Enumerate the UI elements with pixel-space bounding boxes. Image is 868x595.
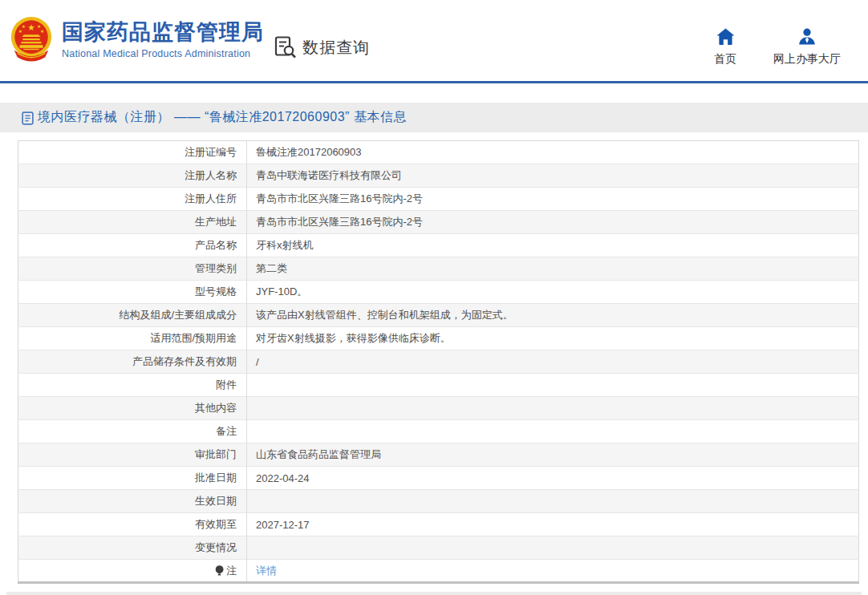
row-label-text: 注 (226, 565, 237, 577)
detail-link[interactable]: 详情 (256, 565, 277, 577)
row-value: 青岛市市北区兴隆三路16号院内-2号 (247, 188, 859, 211)
brand-text: 国家药品监督管理局 National Medical Products Admi… (62, 19, 264, 59)
quick-links: 首页 网上办事大厅 (714, 28, 841, 67)
row-value-text: 牙科x射线机 (256, 239, 314, 251)
row-label: 其他内容 (18, 397, 247, 420)
row-value (247, 490, 859, 513)
row-value (247, 536, 859, 560)
row-value-text: 2022-04-24 (256, 472, 310, 484)
table-row: 附件 (18, 374, 859, 397)
table-row: 生产地址青岛市市北区兴隆三路16号院内-2号 (18, 211, 859, 234)
row-value-text: JYF-10D。 (256, 285, 307, 298)
row-label: 适用范围/预期用途 (18, 327, 247, 350)
row-label: 批准日期 (18, 467, 247, 490)
row-value: JYF-10D。 (247, 281, 859, 304)
row-label: 产品名称 (18, 234, 247, 257)
table-row: 注册人住所青岛市市北区兴隆三路16号院内-2号 (18, 188, 859, 211)
table-row: 注册证编号鲁械注准20172060903 (18, 141, 859, 164)
home-link-label: 首页 (714, 52, 736, 67)
svg-text:★: ★ (40, 29, 44, 34)
row-value: 鲁械注准20172060903 (247, 141, 859, 164)
page-title: 境内医疗器械（注册） —— “鲁械注准20172060903” 基本信息 (38, 109, 407, 126)
main-content: 境内医疗器械（注册） —— “鲁械注准20172060903” 基本信息 注册证… (0, 103, 868, 584)
row-label-text: 审批部门 (195, 448, 237, 460)
page-root: ★ ★ ★ ★ ★ 国家药品监督管理局 National Medical Pro… (0, 0, 868, 595)
data-query-label: 数据查询 (302, 37, 370, 59)
service-hall-link[interactable]: 网上办事大厅 (773, 28, 841, 67)
row-value: 青岛市市北区兴隆三路16号院内-2号 (247, 211, 859, 234)
row-label-text: 型号规格 (195, 285, 237, 298)
row-label-text: 注册人住所 (185, 192, 237, 204)
page-title-bar: 境内医疗器械（注册） —— “鲁械注准20172060903” 基本信息 (0, 103, 868, 132)
svg-text:★: ★ (22, 24, 26, 29)
service-hall-link-label: 网上办事大厅 (773, 52, 841, 67)
row-label: 生产地址 (18, 211, 247, 234)
row-label-text: 产品名称 (195, 239, 237, 251)
row-label-text: 生效日期 (195, 495, 237, 507)
table-row: 结构及组成/主要组成成分该产品由X射线管组件、控制台和机架组成，为固定式。 (18, 304, 859, 327)
row-label: 注 (18, 560, 247, 583)
svg-text:★: ★ (37, 24, 41, 29)
table-row: 管理类别第二类 (18, 257, 859, 281)
table-row: 其他内容 (18, 397, 859, 420)
user-icon (798, 28, 816, 45)
table-row: 变更情况 (18, 536, 859, 560)
row-value-text: 青岛市市北区兴隆三路16号院内-2号 (256, 216, 423, 228)
site-header: ★ ★ ★ ★ ★ 国家药品监督管理局 National Medical Pro… (0, 0, 868, 81)
row-value: 对牙齿X射线摄影，获得影像供临床诊断。 (247, 327, 859, 350)
row-label-text: 有效期至 (195, 518, 237, 530)
row-label: 产品储存条件及有效期 (18, 350, 247, 374)
row-label-text: 注册人名称 (185, 169, 237, 181)
table-wrap: 注册证编号鲁械注准20172060903注册人名称青岛中联海诺医疗科技有限公司注… (18, 140, 859, 584)
row-label: 管理类别 (18, 257, 247, 281)
table-row: 注册人名称青岛中联海诺医疗科技有限公司 (18, 164, 859, 188)
row-label-text: 适用范围/预期用途 (150, 332, 237, 344)
table-row: 备注 (18, 420, 859, 443)
row-value-text: 第二类 (256, 262, 287, 274)
row-label: 注册证编号 (18, 141, 247, 164)
svg-text:★: ★ (27, 22, 35, 32)
table-row: 产品储存条件及有效期/ (18, 350, 859, 374)
row-value-text: 山东省食品药品监督管理局 (256, 448, 381, 460)
brand-title-cn: 国家药品监督管理局 (62, 19, 264, 45)
row-label: 结构及组成/主要组成成分 (18, 304, 247, 327)
svg-text:★: ★ (18, 29, 22, 34)
home-link[interactable]: 首页 (714, 28, 736, 67)
row-label-text: 其他内容 (195, 402, 237, 414)
row-label-text: 注册证编号 (185, 146, 237, 158)
row-label-text: 变更情况 (195, 541, 237, 553)
table-row: 适用范围/预期用途对牙齿X射线摄影，获得影像供临床诊断。 (18, 327, 859, 350)
row-label-text: 产品储存条件及有效期 (132, 355, 237, 367)
row-label: 生效日期 (18, 490, 247, 513)
row-value-text: 该产品由X射线管组件、控制台和机架组成，为固定式。 (256, 309, 513, 321)
brand: ★ ★ ★ ★ ★ 国家药品监督管理局 National Medical Pro… (8, 16, 264, 63)
table-row: 注详情 (18, 560, 859, 583)
table-row: 型号规格JYF-10D。 (18, 281, 859, 304)
row-label: 型号规格 (18, 281, 247, 304)
row-value: / (247, 350, 859, 374)
table-row: 批准日期2022-04-24 (18, 467, 859, 490)
brand-title-en: National Medical Products Administration (62, 48, 264, 59)
row-value: 2022-04-24 (247, 467, 859, 490)
row-value-text: 青岛市市北区兴隆三路16号院内-2号 (256, 192, 423, 204)
header-divider-line (0, 81, 868, 83)
row-label-text: 附件 (216, 378, 237, 391)
row-value: 第二类 (247, 257, 859, 281)
row-label: 变更情况 (18, 536, 247, 560)
row-value-text: 对牙齿X射线摄影，获得影像供临床诊断。 (256, 332, 451, 344)
row-label: 注册人住所 (18, 188, 247, 211)
row-value (247, 420, 859, 443)
row-value: 牙科x射线机 (247, 234, 859, 257)
row-value: 山东省食品药品监督管理局 (247, 443, 859, 467)
row-value (247, 397, 859, 420)
table-row: 生效日期 (18, 490, 859, 513)
row-label-text: 批准日期 (195, 472, 237, 484)
doc-search-icon (274, 35, 297, 59)
row-value-text: 2027-12-17 (256, 519, 310, 531)
row-label: 注册人名称 (18, 164, 247, 188)
row-label: 附件 (18, 374, 247, 397)
info-table-body: 注册证编号鲁械注准20172060903注册人名称青岛中联海诺医疗科技有限公司注… (18, 141, 859, 583)
data-query-nav[interactable]: 数据查询 (274, 35, 370, 59)
document-icon (22, 111, 34, 125)
row-label-text: 备注 (216, 425, 237, 437)
